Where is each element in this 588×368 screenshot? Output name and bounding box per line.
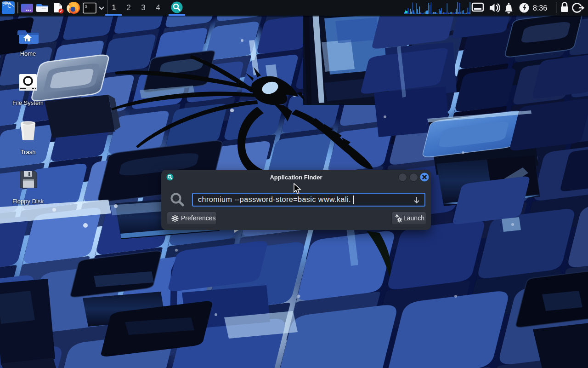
svg-text:8:36: 8:36 [533, 4, 547, 12]
svg-text:$_: $_ [85, 5, 90, 9]
